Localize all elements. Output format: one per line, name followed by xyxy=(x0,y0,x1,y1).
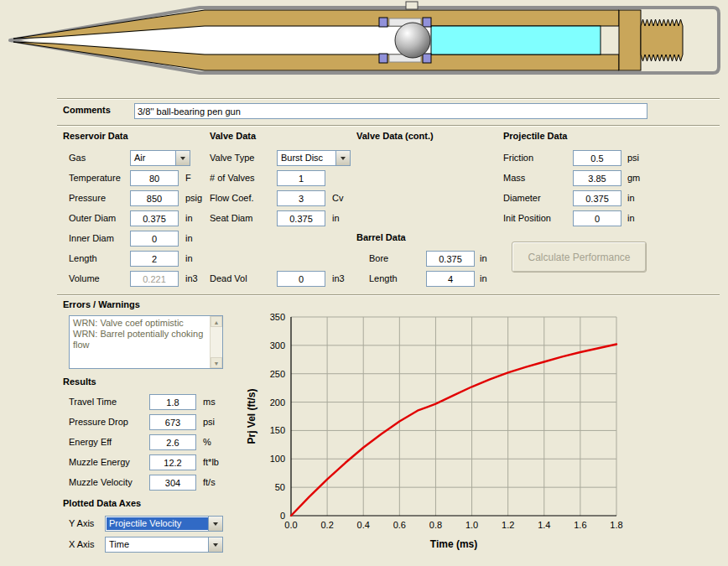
muzzle-energy-output[interactable] xyxy=(149,454,196,470)
barrel-length-label: Length xyxy=(369,273,398,283)
diameter-label: Diameter xyxy=(503,193,541,203)
comments-input[interactable] xyxy=(134,103,647,119)
seat-diam-row: Seat Diam in xyxy=(210,210,356,227)
calculate-performance-button[interactable]: Calculate Performance xyxy=(512,241,647,273)
dropdown-arrow-icon[interactable] xyxy=(208,517,222,531)
num-valves-row: # of Valves xyxy=(210,170,356,187)
mass-input[interactable] xyxy=(573,170,621,186)
volume-output xyxy=(130,271,179,287)
muzzle-energy-unit: ft*lb xyxy=(203,457,219,467)
inner-diam-input[interactable] xyxy=(130,231,179,247)
pressure-row: Pressure psig xyxy=(69,190,211,207)
pressure-drop-label: Pressure Drop xyxy=(69,417,128,427)
y-tick-label: 350 xyxy=(270,312,285,322)
valve-data-cont-title: Valve Data (cont.) xyxy=(356,131,434,141)
app-window: Comments Reservoir Data Valve Data Valve… xyxy=(0,0,728,566)
breech-plug xyxy=(619,10,641,70)
x-axis-select[interactable]: Time xyxy=(105,537,223,553)
travel-time-row: Travel Time ms xyxy=(69,394,237,411)
x-tick-label: 0.0 xyxy=(284,520,297,530)
diameter-unit: in xyxy=(627,193,635,203)
energy-eff-output[interactable] xyxy=(149,434,196,450)
y-tick-label: 300 xyxy=(270,340,285,351)
dead-vol-unit: in3 xyxy=(332,273,345,283)
y-axis-select[interactable]: Projectile Velocity xyxy=(105,516,223,532)
x-axis-title: Time (ms) xyxy=(430,538,477,550)
muzzle-energy-label: Muzzle Energy xyxy=(69,457,130,467)
inner-diam-unit: in xyxy=(185,233,193,243)
dead-vol-row: Dead Vol in3 xyxy=(210,271,356,288)
reservoir-length-label: Length xyxy=(69,253,97,263)
init-position-row: Init Position in xyxy=(503,210,654,227)
bore-input[interactable] xyxy=(426,251,475,267)
pressure-unit: psig xyxy=(185,193,202,203)
flow-coef-input[interactable] xyxy=(277,190,325,206)
gas-select[interactable]: Air xyxy=(130,150,190,166)
plot-axes-section: Y Axis Projectile Velocity X Axis Time xyxy=(69,516,237,558)
separator-line xyxy=(57,98,720,100)
errors-warnings-title: Errors / Warnings xyxy=(63,299,140,309)
temperature-input[interactable] xyxy=(130,170,179,186)
dropdown-arrow-icon[interactable] xyxy=(208,537,222,552)
flow-coef-label: Flow Coef. xyxy=(210,193,254,203)
outer-diam-input[interactable] xyxy=(130,210,179,226)
y-tick-label: 50 xyxy=(275,482,285,492)
init-position-input[interactable] xyxy=(573,210,621,226)
x-tick-label: 1.2 xyxy=(502,520,514,530)
bore-row: Bore in xyxy=(369,251,503,267)
volume-row: Volume in3 xyxy=(69,271,211,288)
init-position-label: Init Position xyxy=(503,213,551,223)
outer-diam-row: Outer Diam in xyxy=(69,210,211,227)
pressure-input[interactable] xyxy=(130,190,179,206)
dead-vol-input[interactable] xyxy=(277,271,325,287)
bore-label: Bore xyxy=(369,253,388,263)
x-tick-label: 0.6 xyxy=(393,520,406,530)
fill-port xyxy=(406,2,418,9)
flow-coef-unit: Cv xyxy=(332,193,343,203)
x-tick-label: 1.8 xyxy=(610,520,622,530)
errors-scrollbar[interactable]: ▲ ▼ xyxy=(210,316,222,368)
volume-unit: in3 xyxy=(185,273,198,283)
scroll-up-icon[interactable]: ▲ xyxy=(211,316,222,327)
barrel-length-input[interactable] xyxy=(426,271,475,287)
dropdown-arrow-icon[interactable] xyxy=(175,151,190,165)
y-axis-row: Y Axis Projectile Velocity xyxy=(69,516,237,532)
seat-diam-input[interactable] xyxy=(277,210,325,226)
outer-diam-unit: in xyxy=(185,213,193,223)
velocity-curve xyxy=(291,345,616,516)
comments-label: Comments xyxy=(63,105,111,115)
x-tick-label: 1.4 xyxy=(538,520,550,530)
dropdown-arrow-icon[interactable] xyxy=(335,151,350,165)
muzzle-velocity-output[interactable] xyxy=(149,475,196,491)
muzzle-velocity-label: Muzzle Velocity xyxy=(69,477,133,487)
friction-label: Friction xyxy=(503,153,533,163)
y-tick-label: 200 xyxy=(270,397,285,408)
warning-line: WRN: Valve coef optimistic xyxy=(73,318,208,329)
diameter-row: Diameter in xyxy=(503,190,654,207)
init-position-unit: in xyxy=(627,213,635,223)
plotted-data-axes-title: Plotted Data Axes xyxy=(63,498,141,508)
num-valves-label: # of Valves xyxy=(210,173,255,183)
pressure-drop-output[interactable] xyxy=(149,414,196,430)
x-axis-selected-value: Time xyxy=(107,538,208,551)
num-valves-input[interactable] xyxy=(277,170,325,186)
scroll-down-icon[interactable]: ▼ xyxy=(211,357,222,368)
valve-type-select[interactable]: Burst Disc xyxy=(277,150,351,166)
y-axis-title: Prj Vel (ft/s) xyxy=(246,388,257,444)
travel-time-output[interactable] xyxy=(149,394,196,410)
reservoir-length-input[interactable] xyxy=(130,251,179,267)
mass-label: Mass xyxy=(503,173,525,183)
results-section: Travel Time ms Pressure Drop psi Energy … xyxy=(69,394,237,495)
friction-row: Friction psi xyxy=(503,150,654,167)
diameter-input[interactable] xyxy=(573,190,621,206)
results-title: Results xyxy=(63,376,96,387)
reservoir-length-unit: in xyxy=(185,253,193,263)
seat-diam-label: Seat Diam xyxy=(210,213,252,223)
energy-eff-unit: % xyxy=(203,437,211,447)
friction-input[interactable] xyxy=(573,150,621,166)
muzzle-velocity-row: Muzzle Velocity ft/s xyxy=(69,475,237,491)
valve-data-section: Valve Type Burst Disc # of Valves Flow C… xyxy=(210,150,356,293)
x-tick-label: 0.4 xyxy=(357,520,370,530)
x-tick-label: 0.8 xyxy=(429,520,442,530)
y-tick-label: 250 xyxy=(270,369,285,379)
